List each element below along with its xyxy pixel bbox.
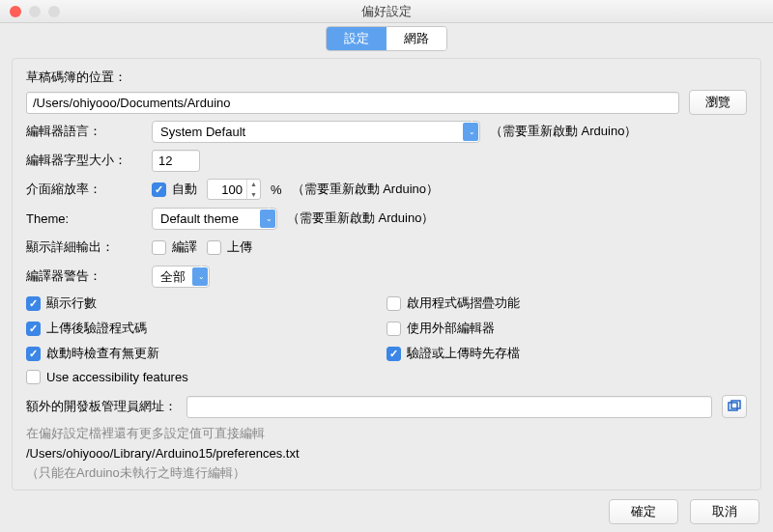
checkbox-icon — [152, 240, 166, 255]
checkbox-icon — [386, 296, 401, 311]
svg-rect-0 — [729, 403, 737, 410]
window-title: 偏好設定 — [0, 3, 773, 20]
titlebar: 偏好設定 — [0, 0, 773, 23]
accessibility-checkbox[interactable]: Use accessibility features — [26, 370, 386, 384]
board-urls-label: 額外的開發板管理員網址： — [26, 398, 177, 415]
restart-note-theme: （需要重新啟動 Arduino） — [287, 210, 434, 227]
font-size-input[interactable] — [152, 150, 200, 172]
restart-note: （需要重新啟動 Arduino） — [490, 123, 637, 140]
stepper-arrows[interactable]: ▲▼ — [246, 179, 260, 200]
board-urls-edit-button[interactable] — [722, 395, 747, 418]
tabs-row: 設定 網路 — [0, 23, 773, 54]
verify-upload-checkbox[interactable]: 上傳後驗證程式碼 — [26, 320, 386, 337]
editor-language-select[interactable]: System Default — [152, 121, 480, 143]
checkbox-icon — [26, 296, 41, 311]
cancel-button[interactable]: 取消 — [690, 499, 759, 524]
settings-panel: 草稿碼簿的位置： 瀏覽 編輯器語言： System Default （需要重新啟… — [12, 58, 761, 490]
percent-label: % — [271, 182, 282, 197]
verbose-label: 顯示詳細輸出： — [26, 238, 142, 256]
warnings-label: 編譯器警告： — [26, 267, 142, 285]
theme-select[interactable]: Default theme — [152, 208, 277, 230]
checkbox-icon — [386, 347, 401, 361]
font-size-label: 編輯器字型大小： — [26, 152, 142, 169]
compile-verbose-checkbox[interactable]: 編譯 — [152, 238, 197, 256]
ok-button[interactable]: 確定 — [609, 499, 678, 524]
auto-label: 自動 — [172, 181, 197, 198]
sketchbook-path-input[interactable] — [26, 92, 679, 114]
checkbox-icon — [26, 347, 41, 361]
upload-verbose-checkbox[interactable]: 上傳 — [207, 238, 252, 256]
tab-segment: 設定 網路 — [326, 26, 447, 51]
theme-label: Theme: — [26, 211, 142, 226]
auto-scale-checkbox[interactable]: 自動 — [152, 181, 197, 198]
dialog-footer: 確定 取消 — [609, 499, 759, 524]
svg-rect-1 — [731, 401, 740, 408]
check-updates-checkbox[interactable]: 啟動時檢查有無更新 — [26, 345, 386, 362]
sketchbook-label: 草稿碼簿的位置： — [26, 69, 747, 86]
more-prefs-note-2: （只能在Arduino未執行之時進行編輯） — [26, 464, 747, 482]
tab-settings[interactable]: 設定 — [327, 27, 386, 50]
checkbox-icon — [207, 240, 221, 255]
tab-network[interactable]: 網路 — [386, 27, 446, 50]
scale-stepper[interactable]: ▲▼ — [207, 179, 261, 200]
scale-input[interactable] — [208, 182, 246, 197]
more-prefs-note-1: 在偏好設定檔裡還有更多設定值可直接編輯 — [26, 425, 747, 442]
upload-label: 上傳 — [227, 238, 252, 256]
restart-note-scale: （需要重新啟動 Arduino） — [292, 181, 439, 198]
scale-label: 介面縮放率： — [26, 181, 142, 198]
external-editor-checkbox[interactable]: 使用外部編輯器 — [386, 320, 747, 337]
checkbox-icon — [26, 370, 41, 384]
code-folding-checkbox[interactable]: 啟用程式碼摺疊功能 — [386, 294, 747, 312]
window-icon — [728, 400, 741, 413]
editor-language-label: 編輯器語言： — [26, 123, 142, 140]
warnings-select[interactable]: 全部 — [152, 266, 210, 288]
browse-button[interactable]: 瀏覽 — [689, 90, 747, 115]
show-lines-checkbox[interactable]: 顯示行數 — [26, 294, 386, 312]
board-urls-input[interactable] — [186, 396, 712, 418]
save-verify-checkbox[interactable]: 驗證或上傳時先存檔 — [386, 345, 747, 362]
checkbox-icon — [386, 322, 401, 336]
prefs-file-path: /Users/ohiyooo/Library/Arduino15/prefere… — [26, 446, 747, 461]
compile-label: 編譯 — [172, 238, 197, 256]
options-grid: 顯示行數 上傳後驗證程式碼 啟動時檢查有無更新 Use accessibilit… — [26, 294, 747, 384]
checkbox-icon — [26, 322, 41, 336]
checkbox-icon — [152, 182, 166, 197]
